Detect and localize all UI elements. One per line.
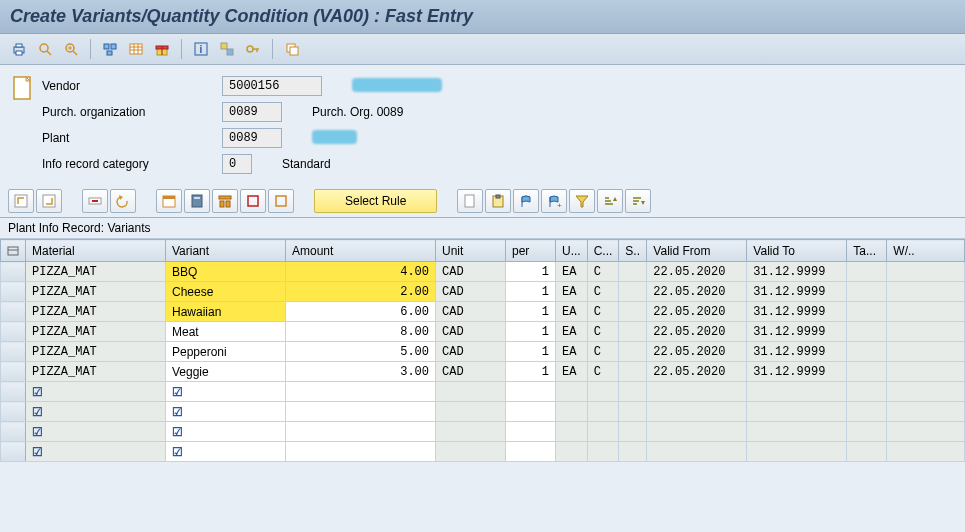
col-uom[interactable]: U...	[556, 240, 588, 262]
cell-valid-from[interactable]: 22.05.2020	[647, 262, 747, 282]
select-all-icon[interactable]	[8, 189, 34, 213]
scale-icon[interactable]	[212, 189, 238, 213]
cell-valid-to[interactable]: 31.12.9999	[747, 282, 847, 302]
cell-unit[interactable]: CAD	[436, 262, 506, 282]
cell-unit[interactable]: CAD	[436, 362, 506, 382]
cell-valid-to[interactable]: 31.12.9999	[747, 342, 847, 362]
red-square-icon[interactable]	[240, 189, 266, 213]
table-row-empty[interactable]: ☑☑	[1, 402, 965, 422]
cell-uom[interactable]	[556, 382, 588, 402]
cell-valid-from[interactable]: 22.05.2020	[647, 302, 747, 322]
find-icon[interactable]	[513, 189, 539, 213]
cell-w[interactable]	[887, 382, 965, 402]
col-c[interactable]: C...	[587, 240, 619, 262]
cell-per[interactable]: 1	[506, 362, 556, 382]
cell-amount[interactable]	[286, 422, 436, 442]
cell-valid-from[interactable]	[647, 402, 747, 422]
cell-per[interactable]: 1	[506, 282, 556, 302]
cell-material[interactable]: PIZZA_MAT	[26, 262, 166, 282]
cell-variant[interactable]: ☑	[166, 382, 286, 402]
cell-ta[interactable]	[847, 322, 887, 342]
col-per[interactable]: per	[506, 240, 556, 262]
cell-valid-to[interactable]: 31.12.9999	[747, 302, 847, 322]
row-selector[interactable]	[1, 442, 26, 462]
col-s[interactable]: S..	[619, 240, 647, 262]
cell-per[interactable]: 1	[506, 262, 556, 282]
cell-ta[interactable]	[847, 282, 887, 302]
cell-c[interactable]	[587, 382, 619, 402]
cell-s[interactable]	[619, 262, 647, 282]
cell-ta[interactable]	[847, 342, 887, 362]
orange-square-icon[interactable]	[268, 189, 294, 213]
clipboard-icon[interactable]	[485, 189, 511, 213]
col-valid-from[interactable]: Valid From	[647, 240, 747, 262]
cell-w[interactable]	[887, 302, 965, 322]
cell-amount[interactable]: 3.00	[286, 362, 436, 382]
cell-unit[interactable]: CAD	[436, 322, 506, 342]
cell-per[interactable]	[506, 422, 556, 442]
cell-material[interactable]: PIZZA_MAT	[26, 342, 166, 362]
cell-w[interactable]	[887, 362, 965, 382]
cell-uom[interactable]: EA	[556, 362, 588, 382]
search-plus-icon[interactable]	[60, 38, 82, 60]
cell-variant[interactable]: ☑	[166, 442, 286, 462]
cell-uom[interactable]: EA	[556, 262, 588, 282]
cell-valid-from[interactable]	[647, 382, 747, 402]
cell-w[interactable]	[887, 282, 965, 302]
cell-ta[interactable]	[847, 262, 887, 282]
cell-ta[interactable]	[847, 302, 887, 322]
search-icon[interactable]	[34, 38, 56, 60]
table-row[interactable]: PIZZA_MATPepperoni5.00CAD1EAC22.05.20203…	[1, 342, 965, 362]
col-unit[interactable]: Unit	[436, 240, 506, 262]
cell-valid-from[interactable]: 22.05.2020	[647, 282, 747, 302]
cell-c[interactable]: C	[587, 322, 619, 342]
printer-icon[interactable]	[8, 38, 30, 60]
cell-w[interactable]	[887, 402, 965, 422]
cell-valid-to[interactable]: 31.12.9999	[747, 322, 847, 342]
table-row[interactable]: PIZZA_MATMeat8.00CAD1EAC22.05.202031.12.…	[1, 322, 965, 342]
cell-material[interactable]: ☑	[26, 382, 166, 402]
cell-s[interactable]	[619, 442, 647, 462]
sort-desc-icon[interactable]	[625, 189, 651, 213]
cell-valid-to[interactable]	[747, 402, 847, 422]
row-selector[interactable]	[1, 422, 26, 442]
cell-w[interactable]	[887, 262, 965, 282]
cell-valid-to[interactable]	[747, 422, 847, 442]
org-structure-icon[interactable]	[99, 38, 121, 60]
cell-w[interactable]	[887, 442, 965, 462]
cell-w[interactable]	[887, 422, 965, 442]
cell-ta[interactable]	[847, 402, 887, 422]
plant-input[interactable]	[222, 128, 282, 148]
row-selector[interactable]	[1, 342, 26, 362]
col-ta[interactable]: Ta...	[847, 240, 887, 262]
cell-variant[interactable]: Veggie	[166, 362, 286, 382]
cell-unit[interactable]	[436, 422, 506, 442]
cell-variant[interactable]: ☑	[166, 402, 286, 422]
cell-valid-to[interactable]: 31.12.9999	[747, 362, 847, 382]
select-rule-button[interactable]: Select Rule	[314, 189, 437, 213]
text-color-icon[interactable]	[216, 38, 238, 60]
cell-valid-from[interactable]: 22.05.2020	[647, 362, 747, 382]
cell-uom[interactable]	[556, 402, 588, 422]
cell-s[interactable]	[619, 282, 647, 302]
cell-valid-from[interactable]	[647, 442, 747, 462]
cell-valid-to[interactable]: 31.12.9999	[747, 262, 847, 282]
cell-s[interactable]	[619, 362, 647, 382]
cell-unit[interactable]: CAD	[436, 302, 506, 322]
cell-ta[interactable]	[847, 442, 887, 462]
cell-c[interactable]: C	[587, 302, 619, 322]
table-row[interactable]: PIZZA_MATVeggie3.00CAD1EAC22.05.202031.1…	[1, 362, 965, 382]
col-variant[interactable]: Variant	[166, 240, 286, 262]
cell-s[interactable]	[619, 342, 647, 362]
cell-material[interactable]: PIZZA_MAT	[26, 302, 166, 322]
table-row-empty[interactable]: ☑☑	[1, 422, 965, 442]
cell-s[interactable]	[619, 402, 647, 422]
cell-variant[interactable]: BBQ	[166, 262, 286, 282]
cell-amount[interactable]	[286, 382, 436, 402]
cell-s[interactable]	[619, 422, 647, 442]
cell-per[interactable]: 1	[506, 322, 556, 342]
cell-uom[interactable]: EA	[556, 302, 588, 322]
cell-ta[interactable]	[847, 362, 887, 382]
table-row[interactable]: PIZZA_MATHawaiian6.00CAD1EAC22.05.202031…	[1, 302, 965, 322]
cell-variant[interactable]: Cheese	[166, 282, 286, 302]
